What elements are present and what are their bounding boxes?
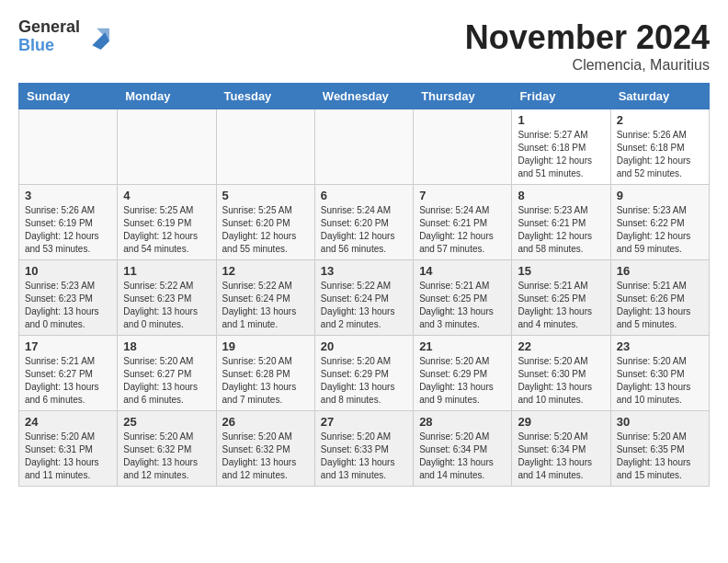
day-number: 15	[518, 264, 604, 278]
day-number: 18	[123, 339, 210, 353]
day-number: 8	[518, 189, 604, 202]
day-cell: 9Sunrise: 5:23 AM Sunset: 6:22 PM Daylig…	[610, 185, 709, 260]
day-number: 14	[419, 264, 506, 278]
day-cell: 21Sunrise: 5:20 AM Sunset: 6:29 PM Dayli…	[414, 336, 512, 411]
day-cell: 5Sunrise: 5:25 AM Sunset: 6:20 PM Daylig…	[216, 185, 314, 260]
day-info: Sunrise: 5:21 AM Sunset: 6:27 PM Dayligh…	[25, 355, 111, 407]
day-info: Sunrise: 5:23 AM Sunset: 6:23 PM Dayligh…	[25, 280, 111, 331]
day-info: Sunrise: 5:20 AM Sunset: 6:29 PM Dayligh…	[419, 355, 506, 407]
day-number: 20	[321, 339, 407, 353]
day-number: 7	[419, 189, 506, 202]
day-info: Sunrise: 5:21 AM Sunset: 6:26 PM Dayligh…	[617, 280, 703, 331]
day-number: 10	[25, 264, 111, 278]
day-number: 16	[617, 264, 703, 278]
day-cell: 25Sunrise: 5:20 AM Sunset: 6:32 PM Dayli…	[118, 411, 216, 487]
day-info: Sunrise: 5:20 AM Sunset: 6:28 PM Dayligh…	[222, 355, 309, 407]
day-info: Sunrise: 5:20 AM Sunset: 6:30 PM Dayligh…	[518, 355, 604, 407]
day-cell: 24Sunrise: 5:20 AM Sunset: 6:31 PM Dayli…	[19, 411, 118, 487]
day-cell: 8Sunrise: 5:23 AM Sunset: 6:21 PM Daylig…	[512, 185, 610, 260]
day-number: 24	[25, 415, 111, 429]
day-number: 25	[123, 415, 210, 429]
day-number: 3	[25, 189, 111, 202]
day-info: Sunrise: 5:20 AM Sunset: 6:32 PM Dayligh…	[222, 431, 309, 482]
day-info: Sunrise: 5:20 AM Sunset: 6:35 PM Dayligh…	[617, 431, 703, 482]
day-info: Sunrise: 5:20 AM Sunset: 6:33 PM Dayligh…	[321, 431, 407, 482]
header-wednesday: Wednesday	[314, 84, 413, 109]
day-cell: 2Sunrise: 5:26 AM Sunset: 6:18 PM Daylig…	[610, 109, 709, 185]
day-cell: 1Sunrise: 5:27 AM Sunset: 6:18 PM Daylig…	[512, 109, 610, 185]
month-title: November 2024	[465, 18, 710, 57]
day-info: Sunrise: 5:21 AM Sunset: 6:25 PM Dayligh…	[419, 280, 506, 331]
day-info: Sunrise: 5:23 AM Sunset: 6:22 PM Dayligh…	[617, 204, 703, 256]
day-cell: 15Sunrise: 5:21 AM Sunset: 6:25 PM Dayli…	[512, 260, 610, 336]
day-info: Sunrise: 5:26 AM Sunset: 6:18 PM Dayligh…	[617, 129, 703, 180]
day-cell: 4Sunrise: 5:25 AM Sunset: 6:19 PM Daylig…	[118, 185, 216, 260]
day-number: 9	[617, 189, 703, 202]
day-info: Sunrise: 5:20 AM Sunset: 6:27 PM Dayligh…	[123, 355, 210, 407]
day-cell: 13Sunrise: 5:22 AM Sunset: 6:24 PM Dayli…	[314, 260, 413, 336]
logo-blue: Blue	[18, 37, 80, 55]
week-row-2: 3Sunrise: 5:26 AM Sunset: 6:19 PM Daylig…	[19, 185, 710, 260]
day-number: 4	[123, 189, 210, 202]
page-header: General Blue November 2024 Clemencia, Ma…	[18, 18, 710, 74]
day-cell: 11Sunrise: 5:22 AM Sunset: 6:23 PM Dayli…	[118, 260, 216, 336]
day-number: 29	[518, 415, 604, 429]
day-info: Sunrise: 5:20 AM Sunset: 6:34 PM Dayligh…	[419, 431, 506, 482]
day-number: 12	[222, 264, 309, 278]
day-cell: 10Sunrise: 5:23 AM Sunset: 6:23 PM Dayli…	[19, 260, 118, 336]
day-info: Sunrise: 5:23 AM Sunset: 6:21 PM Dayligh…	[518, 204, 604, 256]
day-cell: 18Sunrise: 5:20 AM Sunset: 6:27 PM Dayli…	[118, 336, 216, 411]
day-info: Sunrise: 5:20 AM Sunset: 6:34 PM Dayligh…	[518, 431, 604, 482]
day-info: Sunrise: 5:22 AM Sunset: 6:24 PM Dayligh…	[222, 280, 309, 331]
day-cell: 23Sunrise: 5:20 AM Sunset: 6:30 PM Dayli…	[610, 336, 709, 411]
day-number: 28	[419, 415, 506, 429]
day-number: 30	[617, 415, 703, 429]
day-cell: 26Sunrise: 5:20 AM Sunset: 6:32 PM Dayli…	[216, 411, 314, 487]
week-row-1: 1Sunrise: 5:27 AM Sunset: 6:18 PM Daylig…	[19, 109, 710, 185]
day-info: Sunrise: 5:22 AM Sunset: 6:24 PM Dayligh…	[321, 280, 407, 331]
day-number: 11	[123, 264, 210, 278]
day-number: 21	[419, 339, 506, 353]
day-info: Sunrise: 5:20 AM Sunset: 6:30 PM Dayligh…	[617, 355, 703, 407]
location: Clemencia, Mauritius	[465, 57, 710, 74]
day-info: Sunrise: 5:26 AM Sunset: 6:19 PM Dayligh…	[25, 204, 111, 256]
day-cell	[19, 109, 118, 185]
day-number: 19	[222, 339, 309, 353]
day-number: 5	[222, 189, 309, 202]
day-cell: 12Sunrise: 5:22 AM Sunset: 6:24 PM Dayli…	[216, 260, 314, 336]
day-info: Sunrise: 5:24 AM Sunset: 6:21 PM Dayligh…	[419, 204, 506, 256]
day-info: Sunrise: 5:22 AM Sunset: 6:23 PM Dayligh…	[123, 280, 210, 331]
day-cell: 28Sunrise: 5:20 AM Sunset: 6:34 PM Dayli…	[414, 411, 512, 487]
week-row-4: 17Sunrise: 5:21 AM Sunset: 6:27 PM Dayli…	[19, 336, 710, 411]
calendar-table: SundayMondayTuesdayWednesdayThursdayFrid…	[18, 83, 710, 487]
header-monday: Monday	[118, 84, 216, 109]
day-info: Sunrise: 5:24 AM Sunset: 6:20 PM Dayligh…	[321, 204, 407, 256]
day-cell: 22Sunrise: 5:20 AM Sunset: 6:30 PM Dayli…	[512, 336, 610, 411]
day-cell	[118, 109, 216, 185]
title-section: November 2024 Clemencia, Mauritius	[465, 18, 710, 74]
header-sunday: Sunday	[19, 84, 118, 109]
day-cell: 29Sunrise: 5:20 AM Sunset: 6:34 PM Dayli…	[512, 411, 610, 487]
week-row-3: 10Sunrise: 5:23 AM Sunset: 6:23 PM Dayli…	[19, 260, 710, 336]
week-row-5: 24Sunrise: 5:20 AM Sunset: 6:31 PM Dayli…	[19, 411, 710, 487]
day-cell: 19Sunrise: 5:20 AM Sunset: 6:28 PM Dayli…	[216, 336, 314, 411]
day-number: 23	[617, 339, 703, 353]
logo: General Blue	[18, 18, 109, 55]
day-cell: 17Sunrise: 5:21 AM Sunset: 6:27 PM Dayli…	[19, 336, 118, 411]
day-info: Sunrise: 5:27 AM Sunset: 6:18 PM Dayligh…	[518, 129, 604, 180]
day-number: 6	[321, 189, 407, 202]
day-cell: 6Sunrise: 5:24 AM Sunset: 6:20 PM Daylig…	[314, 185, 413, 260]
day-cell: 27Sunrise: 5:20 AM Sunset: 6:33 PM Dayli…	[314, 411, 413, 487]
day-cell: 14Sunrise: 5:21 AM Sunset: 6:25 PM Dayli…	[414, 260, 512, 336]
day-number: 2	[617, 113, 703, 127]
day-info: Sunrise: 5:25 AM Sunset: 6:20 PM Dayligh…	[222, 204, 309, 256]
header-tuesday: Tuesday	[216, 84, 314, 109]
day-info: Sunrise: 5:20 AM Sunset: 6:29 PM Dayligh…	[321, 355, 407, 407]
day-number: 17	[25, 339, 111, 353]
day-cell: 7Sunrise: 5:24 AM Sunset: 6:21 PM Daylig…	[414, 185, 512, 260]
logo-general: General	[18, 18, 80, 37]
header-saturday: Saturday	[610, 84, 709, 109]
header-row: SundayMondayTuesdayWednesdayThursdayFrid…	[19, 84, 710, 109]
day-info: Sunrise: 5:21 AM Sunset: 6:25 PM Dayligh…	[518, 280, 604, 331]
day-info: Sunrise: 5:20 AM Sunset: 6:31 PM Dayligh…	[25, 431, 111, 482]
